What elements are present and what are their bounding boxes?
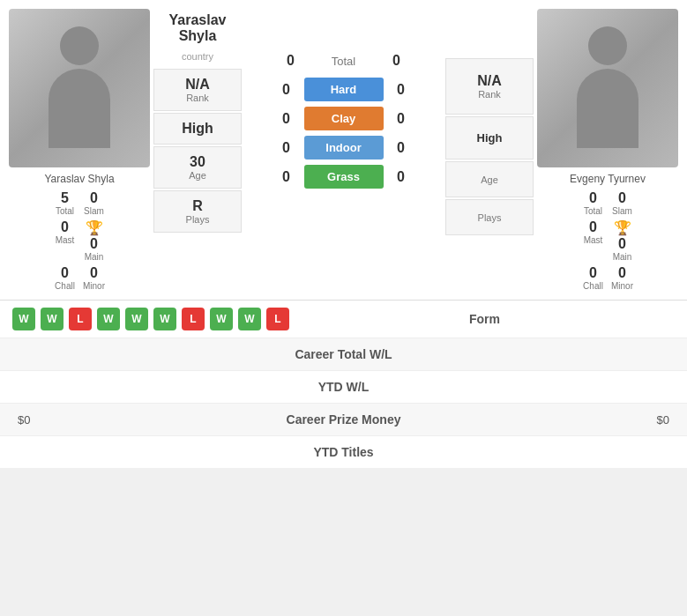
right-age-box: Age bbox=[445, 161, 534, 197]
form-badge-9: W bbox=[238, 308, 261, 330]
grass-left: 0 bbox=[276, 169, 297, 185]
right-mast-box: 0 Mast bbox=[582, 219, 604, 262]
career-prize-label: Career Prize Money bbox=[181, 412, 507, 427]
left-rank-box: N/A Rank bbox=[153, 69, 242, 111]
right-silhouette-body bbox=[577, 69, 638, 148]
career-wl-row: Career Total W/L bbox=[0, 338, 687, 370]
left-rank-label: Rank bbox=[158, 93, 237, 103]
right-main-label: Main bbox=[613, 252, 632, 262]
left-age-box: 30 Age bbox=[153, 146, 242, 189]
left-slam-value: 0 bbox=[90, 190, 98, 206]
hard-right: 0 bbox=[391, 82, 412, 98]
right-minor-value: 0 bbox=[618, 265, 626, 281]
main-container: Yaraslav Shyla 5 Total 0 Slam 0 Mast 🏆 0 bbox=[0, 0, 687, 468]
left-trophy: 🏆 0 Main bbox=[83, 219, 105, 262]
left-silhouette-head bbox=[60, 26, 99, 65]
right-player-name: Evgeny Tyurnev bbox=[570, 173, 646, 185]
career-wl-label: Career Total W/L bbox=[181, 347, 507, 361]
right-trophy-icon: 🏆 bbox=[614, 219, 631, 236]
left-age-value: 30 bbox=[158, 154, 237, 170]
indoor-row: 0 Indoor 0 bbox=[245, 136, 442, 160]
right-middle-stats: N/A Rank High Age Plays bbox=[445, 9, 534, 291]
left-total-box: 5 Total bbox=[54, 190, 76, 216]
right-minor-box: 0 Minor bbox=[611, 265, 633, 291]
right-high-value: High bbox=[477, 131, 503, 145]
indoor-right: 0 bbox=[391, 140, 412, 156]
right-total-label: Total bbox=[584, 206, 602, 216]
left-high-value: High bbox=[158, 121, 237, 137]
right-silhouette bbox=[572, 26, 643, 150]
form-badge-1: W bbox=[12, 308, 35, 330]
right-minor-label: Minor bbox=[611, 281, 633, 291]
right-main-value: 0 bbox=[618, 236, 626, 252]
left-trophy-icon: 🏆 bbox=[86, 219, 103, 236]
form-badge-5: W bbox=[125, 308, 148, 330]
left-mast-label: Mast bbox=[56, 235, 75, 245]
hard-button[interactable]: Hard bbox=[304, 78, 384, 101]
right-slam-label: Slam bbox=[612, 206, 632, 216]
left-stats-grid: 5 Total 0 Slam 0 Mast 🏆 0 Main 0 bbox=[54, 190, 105, 291]
right-slam-box: 0 Slam bbox=[611, 190, 633, 216]
left-silhouette bbox=[44, 26, 115, 150]
left-country-flag: country bbox=[182, 51, 213, 62]
clay-button[interactable]: Clay bbox=[304, 107, 384, 130]
players-section: Yaraslav Shyla 5 Total 0 Slam 0 Mast 🏆 0 bbox=[0, 0, 687, 300]
right-player-block: Evgeny Tyurnev 0 Total 0 Slam 0 Mast 🏆 0 bbox=[537, 9, 678, 291]
right-trophy: 🏆 0 Main bbox=[611, 219, 633, 262]
left-main-label: Main bbox=[85, 252, 104, 262]
total-left-score: 0 bbox=[280, 53, 302, 69]
right-mast-value: 0 bbox=[589, 219, 597, 235]
right-rank-value: N/A bbox=[450, 73, 529, 89]
hard-left: 0 bbox=[276, 82, 297, 98]
grass-button[interactable]: Grass bbox=[304, 165, 384, 189]
hard-row: 0 Hard 0 bbox=[245, 78, 442, 101]
left-slam-box: 0 Slam bbox=[83, 190, 105, 216]
left-minor-value: 0 bbox=[90, 265, 98, 281]
left-chall-label: Chall bbox=[55, 281, 75, 291]
form-label: Form bbox=[295, 312, 675, 326]
form-badge-2: W bbox=[41, 308, 63, 330]
career-prize-row: $0 Career Prize Money $0 bbox=[0, 403, 687, 435]
left-high-box: High bbox=[153, 113, 242, 145]
total-label: Total bbox=[309, 55, 379, 68]
right-total-value: 0 bbox=[589, 190, 597, 206]
left-silhouette-body bbox=[49, 69, 110, 148]
indoor-button[interactable]: Indoor bbox=[304, 136, 384, 160]
right-player-photo bbox=[537, 9, 678, 167]
clay-left: 0 bbox=[276, 111, 297, 127]
total-row: 0 Total 0 bbox=[245, 53, 442, 69]
left-main-value: 0 bbox=[90, 236, 98, 252]
ytd-wl-row: YTD W/L bbox=[0, 370, 687, 403]
form-badge-7: L bbox=[182, 308, 205, 330]
left-chall-box: 0 Chall bbox=[54, 265, 76, 291]
total-right-score: 0 bbox=[386, 53, 407, 69]
left-slam-label: Slam bbox=[84, 206, 104, 216]
left-plays-box: R Plays bbox=[153, 190, 242, 233]
right-plays-box: Plays bbox=[445, 199, 534, 235]
right-stats-grid: 0 Total 0 Slam 0 Mast 🏆 0 Main 0 bbox=[582, 190, 633, 291]
ytd-titles-row: YTD Titles bbox=[0, 435, 687, 468]
right-silhouette-head bbox=[588, 26, 627, 65]
left-age-label: Age bbox=[158, 170, 237, 181]
right-rank-label: Rank bbox=[450, 89, 529, 100]
left-total-label: Total bbox=[56, 206, 74, 216]
left-player-name: Yaraslav Shyla bbox=[44, 173, 114, 185]
right-chall-label: Chall bbox=[583, 281, 603, 291]
left-plays-value: R bbox=[158, 198, 237, 214]
form-badge-4: W bbox=[97, 308, 120, 330]
left-player-name-center: Yaraslav Shyla bbox=[153, 9, 242, 51]
left-total-value: 5 bbox=[61, 190, 69, 206]
right-plays-label: Plays bbox=[478, 212, 502, 223]
right-chall-value: 0 bbox=[589, 265, 597, 281]
left-player-block: Yaraslav Shyla 5 Total 0 Slam 0 Mast 🏆 0 bbox=[9, 9, 150, 291]
form-section: W W L W W W L W W L Form bbox=[0, 300, 687, 338]
career-prize-right: $0 bbox=[506, 413, 669, 427]
center-column: 0 Total 0 0 Hard 0 0 Clay 0 0 Indoor 0 bbox=[245, 9, 442, 291]
right-chall-box: 0 Chall bbox=[582, 265, 604, 291]
ytd-titles-label: YTD Titles bbox=[181, 445, 507, 459]
left-minor-box: 0 Minor bbox=[83, 265, 105, 291]
right-age-label: Age bbox=[481, 174, 498, 185]
grass-row: 0 Grass 0 bbox=[245, 165, 442, 189]
right-total-box: 0 Total bbox=[582, 190, 604, 216]
left-chall-value: 0 bbox=[61, 265, 69, 281]
